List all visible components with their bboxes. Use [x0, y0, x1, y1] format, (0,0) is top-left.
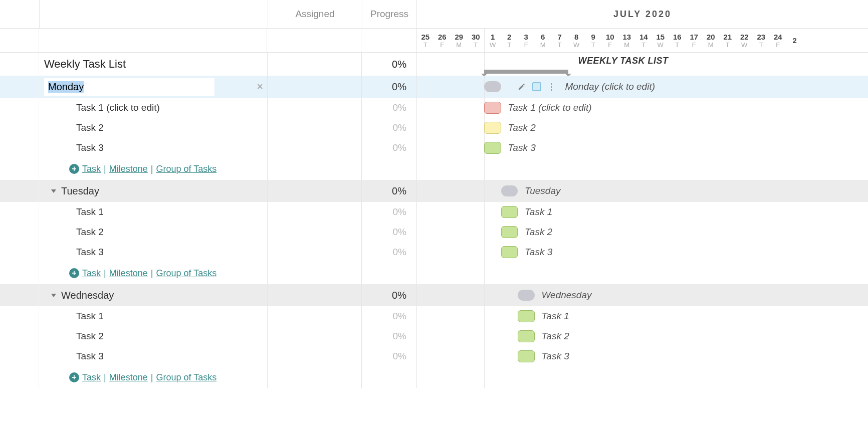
add-task-link[interactable]: Task	[82, 372, 101, 383]
task-row[interactable]: Task 3 0% Task 3	[0, 242, 868, 262]
column-header-progress[interactable]: Progress	[362, 0, 417, 28]
calendar-day[interactable]: 14T	[635, 29, 653, 52]
task-bar[interactable]	[501, 206, 518, 218]
calendar-day[interactable]: 1W	[484, 29, 501, 52]
calendar-day[interactable]: 2T	[501, 29, 518, 52]
task-row[interactable]: Task 1 0% Task 1	[0, 306, 868, 326]
add-task-link[interactable]: Task	[82, 164, 101, 174]
task-timeline-label[interactable]: Task 2	[508, 122, 536, 133]
section-label[interactable]: Tuesday	[61, 185, 99, 197]
task-timeline-label[interactable]: Task 3	[542, 351, 569, 362]
section-row[interactable]: Wednesday 0% Wednesday	[0, 284, 868, 306]
task-assigned[interactable]	[268, 222, 362, 242]
section-timeline-label[interactable]: Monday (click to edit)	[565, 81, 656, 92]
calendar-day[interactable]: 15W	[652, 29, 669, 52]
task-row[interactable]: Task 1 0% Task 1	[0, 202, 868, 222]
calendar-day[interactable]: 7T	[551, 29, 568, 52]
add-group-link[interactable]: Group of Tasks	[156, 164, 216, 174]
task-name[interactable]: Task 2	[39, 118, 268, 138]
chevron-down-icon[interactable]	[51, 189, 56, 193]
plus-icon[interactable]: +	[69, 164, 79, 174]
plus-icon[interactable]: +	[69, 268, 79, 278]
calendar-day[interactable]: 25T	[417, 29, 434, 52]
task-timeline-label[interactable]: Task 1	[542, 311, 569, 322]
section-pill[interactable]	[501, 185, 518, 196]
add-task-link[interactable]: Task	[82, 268, 101, 279]
task-assigned[interactable]	[268, 242, 362, 262]
section-name[interactable]: Wednesday	[39, 284, 268, 306]
task-bar[interactable]	[484, 142, 501, 154]
project-name[interactable]: Weekly Task List	[39, 53, 268, 76]
close-icon[interactable]: ×	[257, 80, 263, 93]
task-row[interactable]: Task 3 0% Task 3	[0, 138, 868, 158]
column-header-assigned[interactable]: Assigned	[268, 0, 362, 28]
task-name[interactable]: Task 3	[39, 346, 268, 366]
task-bar[interactable]	[484, 122, 501, 134]
task-name[interactable]: Task 3	[39, 242, 268, 262]
section-row[interactable]: × 0% Monday (click to edit)	[0, 76, 868, 98]
add-group-link[interactable]: Group of Tasks	[156, 372, 216, 383]
task-row[interactable]: Task 2 0% Task 2	[0, 118, 868, 138]
calendar-day[interactable]: 29M	[451, 29, 468, 52]
task-bar[interactable]	[518, 350, 535, 362]
task-bar[interactable]	[518, 330, 535, 342]
pencil-icon[interactable]	[515, 80, 528, 93]
task-assigned[interactable]	[268, 306, 362, 326]
section-timeline-label[interactable]: Tuesday	[525, 185, 560, 196]
task-assigned[interactable]	[268, 118, 362, 138]
task-name[interactable]: Task 1 (click to edit)	[39, 98, 268, 118]
task-timeline-label[interactable]: Task 2	[542, 331, 569, 342]
calendar-day[interactable]: 30T	[468, 29, 485, 52]
task-name[interactable]: Task 2	[39, 222, 268, 242]
calendar-day[interactable]: 8W	[568, 29, 585, 52]
section-assigned[interactable]	[268, 284, 362, 306]
task-row[interactable]: Task 2 0% Task 2	[0, 326, 868, 346]
task-name[interactable]: Task 1	[39, 202, 268, 222]
task-row[interactable]: Task 1 (click to edit) 0% Task 1 (click …	[0, 98, 868, 118]
add-milestone-link[interactable]: Milestone	[109, 372, 148, 383]
calendar-day[interactable]: 13M	[618, 29, 635, 52]
task-bar[interactable]	[518, 310, 535, 322]
calendar-day[interactable]: 21T	[719, 29, 736, 52]
add-group-link[interactable]: Group of Tasks	[156, 268, 216, 279]
calendar-day[interactable]: 23T	[753, 29, 770, 52]
calendar-day[interactable]: 20M	[703, 29, 720, 52]
section-row[interactable]: Tuesday 0% Tuesday	[0, 180, 868, 202]
plus-icon[interactable]: +	[69, 372, 79, 382]
task-timeline-label[interactable]: Task 2	[525, 227, 552, 238]
task-assigned[interactable]	[268, 138, 362, 158]
calendar-day[interactable]: 6M	[535, 29, 552, 52]
section-pill[interactable]	[518, 290, 535, 301]
task-name[interactable]: Task 2	[39, 326, 268, 346]
calendar-day[interactable]: 24F	[770, 29, 787, 52]
task-row[interactable]: Task 3 0% Task 3	[0, 346, 868, 366]
calendar-day[interactable]: 2	[786, 29, 803, 52]
section-label[interactable]: Wednesday	[61, 290, 114, 301]
section-timeline-label[interactable]: Wednesday	[542, 290, 592, 301]
task-timeline-label[interactable]: Task 3	[525, 247, 552, 258]
task-timeline-label[interactable]: Task 1 (click to edit)	[508, 102, 592, 113]
section-pill[interactable]	[484, 81, 501, 92]
task-bar[interactable]	[501, 246, 518, 258]
section-assigned[interactable]	[268, 76, 362, 98]
add-milestone-link[interactable]: Milestone	[109, 268, 148, 279]
task-assigned[interactable]	[268, 98, 362, 118]
calendar-day[interactable]: 3F	[518, 29, 535, 52]
complete-checkbox[interactable]	[532, 82, 541, 91]
task-assigned[interactable]	[268, 202, 362, 222]
task-name[interactable]: Task 1	[39, 306, 268, 326]
calendar-day[interactable]: 26F	[434, 29, 451, 52]
project-summary-bar[interactable]	[484, 70, 568, 74]
project-assigned[interactable]	[268, 53, 362, 76]
calendar-day[interactable]: 10F	[602, 29, 619, 52]
section-name-input[interactable]	[44, 78, 214, 96]
calendar-day[interactable]: 22W	[736, 29, 753, 52]
task-row[interactable]: Task 2 0% Task 2	[0, 222, 868, 242]
calendar-day[interactable]: 9T	[585, 29, 602, 52]
task-name[interactable]: Task 3	[39, 138, 268, 158]
calendar-day[interactable]: 16T	[669, 29, 686, 52]
task-bar[interactable]	[484, 102, 501, 114]
task-assigned[interactable]	[268, 326, 362, 346]
task-bar[interactable]	[501, 226, 518, 238]
add-milestone-link[interactable]: Milestone	[109, 164, 148, 174]
